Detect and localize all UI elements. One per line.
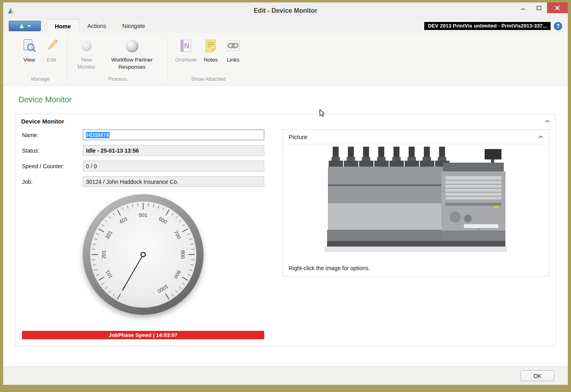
picture-panel: Picture [283,129,549,277]
minimize-button[interactable] [515,2,531,13]
status-field-row: Status: Idle - 25-01-13 13:56 [22,145,264,156]
footer-bar: OK [3,366,568,385]
ribbon-group-label-manage: Manage [14,75,67,85]
environment-badge: DEV 2013 PrintVis unlimited - PrintVis20… [424,22,551,30]
picture-panel-title: Picture [289,133,307,140]
picture-caption: Right-click the image for options. [283,263,549,276]
ribbon-group-show-attached: N OneNote Notes [168,34,249,85]
app-menu-button[interactable] [9,21,41,31]
tab-actions[interactable]: Actions [79,19,114,33]
close-button[interactable] [547,2,568,13]
chevron-down-icon [28,25,31,27]
printing-press-image[interactable] [323,146,509,262]
app-menu-logo-icon [19,23,25,29]
name-value-selected-text: HDSM74 [86,132,110,138]
help-button[interactable]: ? [554,22,562,30]
tab-home[interactable]: Home [46,19,79,33]
device-fields-column: Name: HDSM74 Status: Idle - 25-01-13 13:… [22,129,264,339]
collapse-chevron-icon[interactable] [545,120,550,123]
speed-gauge: 11012013014015016007008009001000 [81,193,205,318]
svg-text:201: 201 [101,250,107,259]
new-monitor-button[interactable]: New Monitor [72,36,100,72]
device-monitor-section-title: Device Monitor [21,118,64,125]
job-field[interactable]: 30124 / John Haddock Insurance Co. [83,176,264,187]
collapse-chevron-icon[interactable] [538,135,543,139]
tab-navigate[interactable]: Navigate [114,19,153,33]
gauge-status-bar: JobPhase Speed | 14:03:07 [22,331,264,339]
picture-frame [283,144,549,263]
page-content: Device Monitor Device Monitor Name: HDSM… [3,86,568,366]
name-field-row: Name: HDSM74 [22,129,264,140]
name-input[interactable]: HDSM74 [83,129,264,140]
ribbon-group-manage: View Edit [14,34,67,85]
picture-panel-header[interactable]: Picture [283,130,549,144]
chain-links-icon [226,38,240,54]
device-monitor-section: Device Monitor Name: HDSM74 Status: [15,114,556,346]
app-window: Edit - Device Monitor Home Actions Navig… [0,0,571,392]
app-logo-icon [7,7,14,14]
sticky-note-icon [205,38,216,54]
status-field-label: Status: [22,147,83,154]
svg-text:501: 501 [139,212,148,218]
onenote-icon: N [180,38,192,54]
links-button[interactable]: Links [222,36,244,65]
workflow-partner-responses-button[interactable]: Workflow Partner Responses [101,36,163,72]
links-button-label: Links [227,56,240,64]
edit-button-label: Edit [47,56,56,64]
notes-button-label: Notes [204,56,218,64]
svg-text:N: N [184,42,190,50]
device-monitor-section-header[interactable]: Device Monitor [16,114,555,127]
speed-counter-field-label: Speed / Counter: [22,163,83,169]
ribbon: View Edit [3,33,568,86]
ribbon-group-label-show-attached: Show Attached [168,75,249,85]
ribbon-group-label-process: Process [68,75,168,85]
window-title: Edit - Device Monitor [3,7,568,14]
titlebar[interactable]: Edit - Device Monitor [3,2,568,19]
speed-counter-field-row: Speed / Counter: 0 / 0 [22,161,264,171]
status-field[interactable]: Idle - 25-01-13 13:56 [83,145,264,156]
new-monitor-button-label: New Monitor [75,56,98,70]
view-button-label: View [23,56,35,64]
page-title: Device Monitor [18,95,556,104]
view-magnifier-icon [22,38,36,54]
ribbon-group-process: New Monitor Workflow Partner Responses P… [68,34,168,85]
onenote-button[interactable]: N OneNote [173,36,199,65]
edit-button[interactable]: Edit [41,36,62,65]
view-button[interactable]: View [18,36,40,65]
workflow-partner-responses-label: Workflow Partner Responses [104,56,160,70]
maximize-button[interactable] [531,2,547,13]
edit-pencil-icon [45,38,58,54]
job-field-row: Job: 30124 / John Haddock Insurance Co. [22,176,264,187]
sphere-icon [126,38,138,54]
ok-button[interactable]: OK [521,370,554,381]
onenote-button-label: OneNote [175,56,197,64]
speed-counter-field[interactable]: 0 / 0 [83,161,264,171]
svg-text:800: 800 [180,250,186,259]
name-field-label: Name: [22,132,83,138]
notes-button[interactable]: Notes [200,36,222,65]
job-field-label: Job: [22,179,83,185]
ribbon-tab-row: Home Actions Navigate DEV 2013 PrintVis … [3,19,568,33]
sphere-icon [82,38,92,54]
